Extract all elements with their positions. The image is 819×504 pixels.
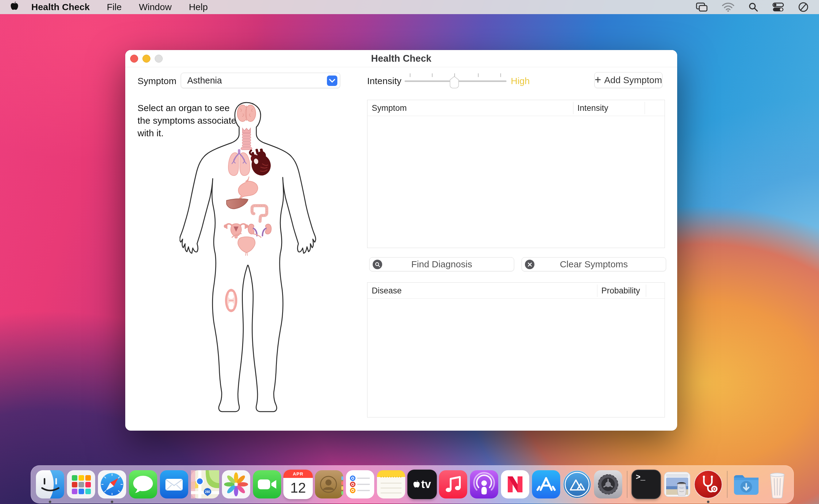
organ-brain[interactable] [237, 105, 256, 122]
desktop: { "colors": { "accent_blue": "#3478f6", … [0, 0, 819, 504]
health-check-window: Health Check Symptom Asthenia Select an … [125, 50, 677, 431]
probability-column-header[interactable]: Probability [601, 283, 640, 299]
search-icon[interactable] [748, 2, 758, 12]
dock-icon-system-preferences[interactable] [593, 470, 623, 499]
symptom-table[interactable]: Symptom Intensity [367, 100, 665, 248]
chevron-down-icon [327, 76, 337, 86]
calendar-month: APR [283, 470, 313, 478]
window-title: Health Check [125, 50, 677, 67]
title-bar[interactable]: Health Check [125, 50, 677, 67]
organ-knee-joint[interactable] [225, 289, 237, 312]
close-button[interactable] [130, 55, 138, 63]
wifi-icon[interactable] [722, 2, 734, 12]
dock-icon-reminders[interactable] [345, 470, 375, 499]
dock-divider [627, 471, 627, 498]
find-diagnosis-label: Find Diagnosis [370, 258, 514, 271]
add-symptom-label: Add Symptom [604, 75, 662, 85]
body-diagram[interactable] [180, 101, 321, 424]
running-indicator [111, 501, 113, 503]
dock-icon-music[interactable] [438, 470, 468, 499]
dock-icon-maps[interactable]: 280 [190, 470, 220, 499]
dock: 280 APR 12 [31, 465, 794, 503]
symptom-table-header[interactable]: Symptom Intensity [367, 100, 665, 116]
disease-table[interactable]: Disease Probability [367, 282, 665, 417]
dock-icon-messages[interactable] [128, 470, 158, 499]
symptom-label: Symptom [138, 76, 177, 86]
clear-symptoms-label: Clear Symptoms [522, 258, 666, 271]
menu-app-name[interactable]: Health Check [31, 2, 90, 12]
find-diagnosis-button[interactable]: Find Diagnosis [369, 257, 514, 271]
add-symptom-button[interactable]: + Add Symptom [594, 72, 662, 88]
intensity-slider-thumb[interactable] [449, 76, 460, 90]
dock-icon-contacts[interactable] [314, 470, 344, 499]
running-indicator [49, 501, 51, 503]
dock-icon-notes[interactable] [376, 470, 406, 499]
intensity-label: Intensity [367, 76, 402, 86]
dock-icon-trash[interactable] [763, 470, 792, 499]
symptom-popup[interactable]: Asthenia [181, 73, 340, 88]
dock-icon-safari[interactable] [97, 470, 127, 499]
screen-mirroring-icon[interactable] [696, 2, 708, 12]
dock-icon-news[interactable] [500, 470, 530, 499]
zoom-button[interactable] [155, 55, 163, 63]
dock-icon-mail[interactable] [159, 470, 189, 499]
menu-bar: Health Check File Window Help [0, 0, 819, 14]
dock-icon-window-preview[interactable] [662, 470, 692, 499]
disease-table-header[interactable]: Disease Probability [367, 283, 665, 299]
clock-icon[interactable] [798, 2, 809, 12]
clear-symptoms-button[interactable]: Clear Symptoms [522, 257, 666, 271]
dock-icon-podcasts[interactable] [469, 470, 499, 499]
intensity-value: High [511, 76, 530, 86]
intensity-column-header[interactable]: Intensity [577, 100, 608, 116]
plus-icon: + [595, 73, 601, 86]
dock-icon-launchpad[interactable] [66, 470, 96, 499]
symptom-popup-value: Asthenia [187, 76, 222, 86]
dock-icon-apple-tv[interactable]: tv [407, 470, 437, 499]
calendar-day: 12 [283, 478, 313, 499]
dock-icon-app-store[interactable] [531, 470, 561, 499]
dock-icon-finder[interactable] [35, 470, 65, 499]
apple-menu[interactable] [10, 2, 18, 13]
maps-shield-label: 280 [205, 490, 210, 494]
dock-icon-health-check[interactable] [693, 470, 723, 499]
dock-icon-photos[interactable] [221, 470, 251, 499]
dock-icon-facetime[interactable] [252, 470, 282, 499]
minimize-button[interactable] [142, 55, 150, 63]
menu-help[interactable]: Help [189, 2, 208, 12]
dock-icon-calendar[interactable]: APR 12 [283, 470, 313, 499]
menu-window[interactable]: Window [139, 2, 172, 12]
menu-file[interactable]: File [107, 2, 122, 12]
dock-icon-terminal[interactable]: >_ [631, 470, 661, 499]
control-center-icon[interactable] [772, 2, 784, 12]
organ-trachea[interactable] [241, 128, 252, 150]
apple-icon [10, 2, 18, 11]
jar-icon [677, 482, 686, 495]
dock-divider [727, 471, 728, 498]
running-indicator [707, 501, 709, 503]
apple-logo-icon [413, 480, 420, 488]
tv-label: tv [421, 478, 431, 491]
dock-icon-mountains-app[interactable] [562, 470, 592, 499]
terminal-prompt: >_ [631, 470, 661, 499]
dock-icon-downloads[interactable] [732, 470, 761, 499]
symptom-column-header[interactable]: Symptom [372, 100, 407, 116]
disease-column-header[interactable]: Disease [372, 283, 402, 299]
